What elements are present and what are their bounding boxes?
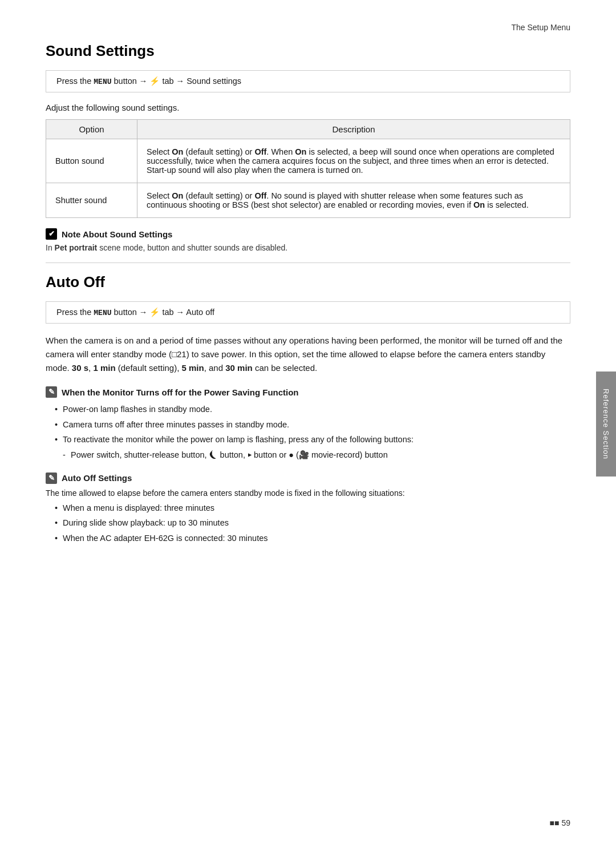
sound-note-block: ✔ Note About Sound Settings In Pet portr… bbox=[46, 228, 570, 263]
list-item: When a menu is displayed: three minutes bbox=[55, 501, 570, 515]
page-number: ■■ 59 bbox=[550, 818, 571, 827]
list-item: Camera turns off after three minutes pas… bbox=[55, 418, 570, 432]
pencil-icon-2: ✎ bbox=[46, 473, 57, 484]
menu-path-sound: Press the MENU button → ⚡ tab → Sound se… bbox=[46, 70, 570, 92]
auto-off-settings-list: When a menu is displayed: three minutes … bbox=[46, 501, 570, 546]
menu-path-auto-off: Press the MENU button → ⚡ tab → Auto off bbox=[46, 301, 570, 324]
list-item: Power-on lamp flashes in standby mode. bbox=[55, 402, 570, 417]
col-description-header: Description bbox=[137, 120, 570, 139]
header-label: The Setup Menu bbox=[511, 23, 570, 32]
settings-table: Option Description Button sound Select O… bbox=[46, 119, 570, 218]
power-note-list: Power-on lamp flashes in standby mode. C… bbox=[46, 402, 570, 462]
sidebar-reference-tab: Reference Section bbox=[596, 371, 616, 477]
option-shutter-sound: Shutter sound bbox=[46, 183, 137, 218]
sound-subtitle: Adjust the following sound settings. bbox=[46, 103, 570, 112]
list-item: Power switch, shutter-release button, ⏾ … bbox=[55, 448, 570, 462]
pencil-icon: ✎ bbox=[46, 386, 57, 398]
auto-off-settings-title: ✎ Auto Off Settings bbox=[46, 473, 570, 484]
wrench-icon-2: ⚡ bbox=[149, 308, 160, 317]
checkmark-icon: ✔ bbox=[46, 228, 57, 240]
power-note-title: ✎ When the Monitor Turns off for the Pow… bbox=[46, 386, 570, 398]
sound-note-text: In Pet portrait scene mode, button and s… bbox=[46, 243, 570, 252]
sound-note-title: ✔ Note About Sound Settings bbox=[46, 228, 570, 240]
list-item: To reactivate the monitor while the powe… bbox=[55, 433, 570, 447]
wrench-icon: ⚡ bbox=[149, 76, 160, 86]
sound-settings-title: Sound Settings bbox=[46, 42, 570, 60]
auto-off-body: When the camera is on and a period of ti… bbox=[46, 334, 570, 375]
section-header: The Setup Menu bbox=[46, 23, 570, 32]
menu-keyword: MENU bbox=[94, 78, 111, 86]
desc-shutter-sound: Select On (default setting) or Off. No s… bbox=[137, 183, 570, 218]
auto-off-title: Auto Off bbox=[46, 273, 570, 291]
menu-keyword-2: MENU bbox=[94, 309, 111, 317]
table-row: Shutter sound Select On (default setting… bbox=[46, 183, 570, 218]
auto-off-settings-desc: The time allowed to elapse before the ca… bbox=[46, 488, 570, 498]
option-button-sound: Button sound bbox=[46, 139, 137, 183]
desc-button-sound: Select On (default setting) or Off. When… bbox=[137, 139, 570, 183]
col-option-header: Option bbox=[46, 120, 137, 139]
power-note-block: ✎ When the Monitor Turns off for the Pow… bbox=[46, 386, 570, 462]
table-row: Button sound Select On (default setting)… bbox=[46, 139, 570, 183]
list-item: When the AC adapter EH-62G is connected:… bbox=[55, 531, 570, 546]
page-icon: ■■ bbox=[550, 818, 560, 827]
auto-off-settings-block: ✎ Auto Off Settings The time allowed to … bbox=[46, 473, 570, 546]
list-item: During slide show playback: up to 30 min… bbox=[55, 516, 570, 530]
